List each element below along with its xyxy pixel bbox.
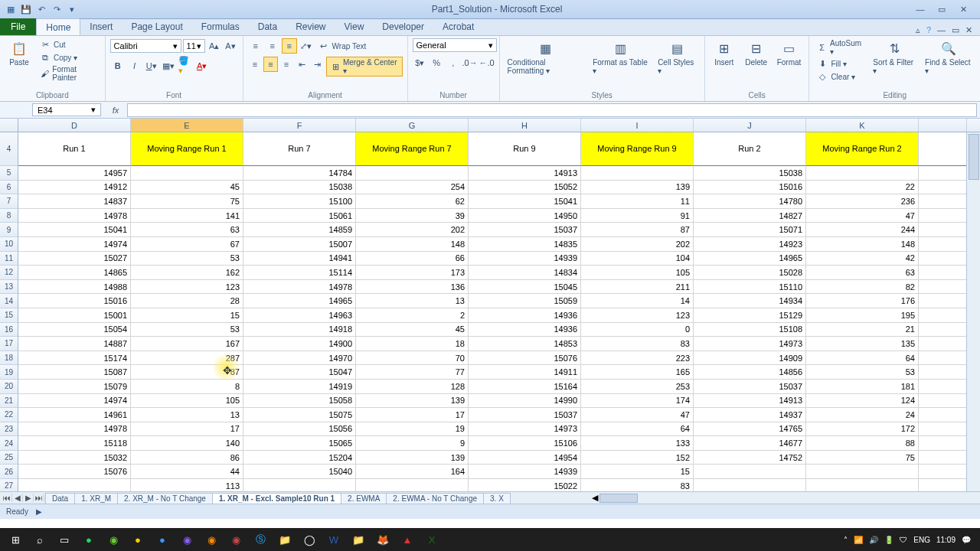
cell-D18[interactable]: 15174 [18, 351, 131, 366]
cell-E21[interactable]: 105 [131, 394, 243, 409]
tab-formulas[interactable]: Formulas [192, 18, 249, 35]
name-box[interactable]: E34▾ [32, 103, 101, 116]
inc-decimal-icon[interactable]: .0→ [462, 55, 478, 70]
merge-center-button[interactable]: ⊞Merge & Center ▾ [326, 57, 402, 77]
cell-I16[interactable]: 0 [581, 323, 694, 337]
sheet-tab-2[interactable]: 2. XR_M - No T Change [117, 493, 213, 504]
cell-K24[interactable]: 88 [806, 436, 919, 451]
cell-J14[interactable]: 14934 [694, 294, 806, 308]
cell-G11[interactable]: 66 [356, 252, 469, 266]
cell-I21[interactable]: 174 [581, 394, 694, 409]
copy-button[interactable]: ⧉Copy ▾ [37, 51, 100, 64]
cell-H9[interactable]: 15037 [469, 223, 581, 237]
cell-E26[interactable]: 44 [131, 465, 243, 479]
cell-I6[interactable]: 139 [581, 181, 694, 195]
viber-icon[interactable]: ◉ [175, 528, 199, 551]
cell-G9[interactable]: 202 [356, 223, 469, 237]
minimize-button[interactable]: ― [911, 3, 929, 15]
cell-E16[interactable]: 53 [131, 323, 243, 337]
cell-E11[interactable]: 53 [131, 252, 243, 266]
cell-J25[interactable]: 14752 [694, 451, 806, 465]
cell-K5[interactable] [806, 166, 919, 181]
cell-H26[interactable]: 14939 [469, 465, 581, 479]
sheet-tab-0[interactable]: Data [45, 493, 75, 504]
cell-J20[interactable]: 15037 [694, 380, 806, 394]
cell-H12[interactable]: 14834 [469, 266, 581, 280]
autosum-button[interactable]: ΣAutoSum ▾ [814, 38, 867, 57]
cell-I20[interactable]: 253 [581, 380, 694, 394]
align-center-icon[interactable]: ≡ [263, 57, 278, 72]
app-icon-3[interactable]: ● [150, 528, 175, 551]
cell-I19[interactable]: 165 [581, 365, 694, 380]
cell-F19[interactable]: 15047 [243, 365, 356, 380]
cell-I26[interactable]: 15 [581, 465, 694, 479]
cell-K8[interactable]: 47 [806, 209, 919, 223]
wrap-text-button[interactable]: ↩Wrap Text [315, 38, 370, 54]
row-header-21[interactable]: 21 [0, 394, 18, 409]
cell-H5[interactable]: 14913 [469, 166, 581, 181]
cell-D24[interactable]: 15118 [18, 436, 131, 451]
task-view-icon[interactable]: ▭ [52, 528, 77, 551]
cell-D23[interactable]: 14978 [18, 422, 131, 437]
cell-H22[interactable]: 15037 [469, 408, 581, 422]
cell-G26[interactable]: 164 [356, 465, 469, 479]
cell-G5[interactable] [356, 166, 469, 181]
col-header-H[interactable]: H [469, 119, 581, 132]
cell-K7[interactable]: 236 [806, 194, 919, 209]
cell-F5[interactable]: 14784 [243, 166, 356, 181]
cell-G6[interactable]: 254 [356, 181, 469, 195]
maximize-button[interactable]: ▭ [933, 3, 951, 15]
row-header-11[interactable]: 11 [0, 252, 18, 266]
cell-F24[interactable]: 15065 [243, 436, 356, 451]
cell-K9[interactable]: 244 [806, 223, 919, 237]
cell-H8[interactable]: 14950 [469, 209, 581, 223]
sort-filter-button[interactable]: ⇅Sort & Filter ▾ [870, 38, 919, 77]
close-button[interactable]: ✕ [954, 3, 972, 15]
row-header-10[interactable]: 10 [0, 237, 18, 252]
cell-E23[interactable]: 17 [131, 422, 243, 437]
cell-G25[interactable]: 139 [356, 451, 469, 465]
ribbon-minimize-icon[interactable]: ▵ [916, 25, 920, 35]
tab-data[interactable]: Data [249, 18, 286, 35]
sheet-nav-first[interactable]: ⏮ [2, 494, 12, 502]
cell-F21[interactable]: 15058 [243, 394, 356, 409]
cell-J23[interactable]: 14765 [694, 422, 806, 437]
tab-page-layout[interactable]: Page Layout [122, 18, 191, 35]
cell-G18[interactable]: 70 [356, 351, 469, 366]
italic-button[interactable]: I [127, 58, 142, 73]
tab-developer[interactable]: Developer [373, 18, 433, 35]
cell-J15[interactable]: 15129 [694, 308, 806, 323]
qat-dropdown-icon[interactable]: ▾ [66, 3, 78, 15]
cell-I14[interactable]: 14 [581, 294, 694, 308]
format-painter-button[interactable]: 🖌Format Painter [37, 64, 100, 83]
cell-I5[interactable] [581, 166, 694, 181]
cell-D10[interactable]: 14974 [18, 237, 131, 252]
insert-cells-button[interactable]: ⊞Insert [710, 38, 739, 68]
currency-icon[interactable]: $▾ [413, 55, 428, 70]
cell-G10[interactable]: 148 [356, 237, 469, 252]
cell-J5[interactable]: 15038 [694, 166, 806, 181]
cell-E25[interactable]: 86 [131, 451, 243, 465]
row-header-26[interactable]: 26 [0, 465, 18, 479]
cell-H23[interactable]: 14973 [469, 422, 581, 437]
cell-K6[interactable]: 22 [806, 181, 919, 195]
cell-D22[interactable]: 14961 [18, 408, 131, 422]
cell-D16[interactable]: 15054 [18, 323, 131, 337]
cell-I11[interactable]: 104 [581, 252, 694, 266]
cell-F8[interactable]: 15061 [243, 209, 356, 223]
cell-F13[interactable]: 14978 [243, 280, 356, 295]
cell-E8[interactable]: 141 [131, 209, 243, 223]
find-select-button[interactable]: 🔍Find & Select ▾ [922, 38, 975, 77]
sheet-nav-prev[interactable]: ◀ [12, 494, 23, 502]
row-header-9[interactable]: 9 [0, 223, 18, 237]
row-header-14[interactable]: 14 [0, 294, 18, 308]
cell-K26[interactable] [806, 465, 919, 479]
cell-F17[interactable]: 14900 [243, 337, 356, 351]
cell-D7[interactable]: 14837 [18, 194, 131, 209]
format-as-table-button[interactable]: ▥Format as Table ▾ [590, 38, 652, 77]
cell-H19[interactable]: 14911 [469, 365, 581, 380]
sheet-tab-1[interactable]: 1. XR_M [74, 493, 118, 504]
wifi-icon[interactable]: 📶 [854, 536, 863, 544]
app-icon-1[interactable]: ◉ [101, 528, 126, 551]
cell-G7[interactable]: 62 [356, 194, 469, 209]
